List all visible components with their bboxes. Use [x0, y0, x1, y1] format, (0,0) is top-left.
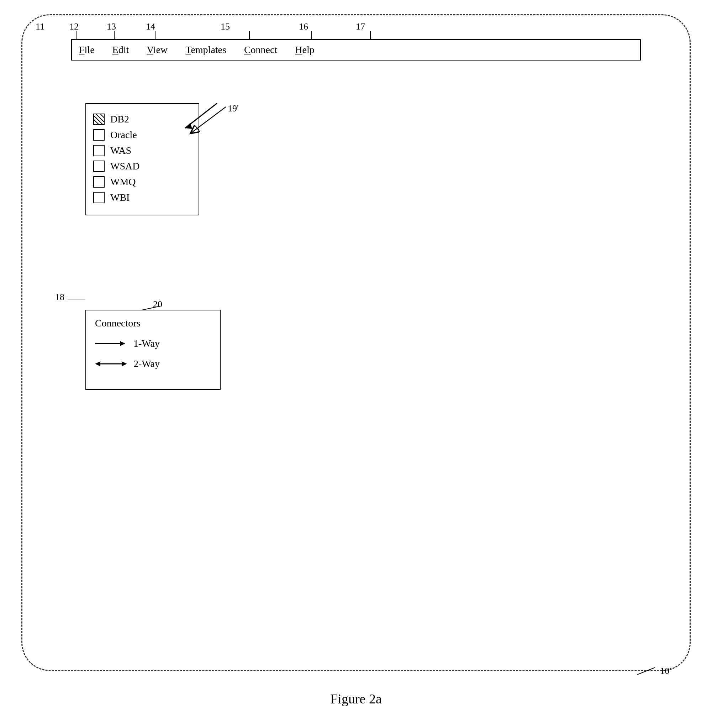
connector-label-2way: 2-Way	[134, 358, 160, 370]
checkbox-wbi[interactable]	[93, 192, 105, 203]
menu-help[interactable]: Help	[295, 44, 314, 55]
connectors-panel: Connectors 1-Way 2-Way	[85, 310, 221, 390]
connector-label-1way: 1-Way	[134, 338, 160, 349]
checkbox-row-wsad: WSAD	[93, 160, 191, 172]
ref-10: 10'	[660, 666, 671, 676]
figure-caption: Figure 2a	[0, 691, 712, 707]
ref-14: 14	[146, 21, 155, 32]
menu-templates[interactable]: Templates	[185, 44, 226, 55]
ref-19: 19'	[228, 103, 239, 114]
menu-bar: File Edit View Templates Connect Help	[71, 39, 641, 61]
ref-18-line	[68, 296, 89, 310]
ref-11: 11	[36, 21, 44, 32]
checkbox-db2[interactable]	[93, 114, 105, 125]
checkbox-label-wbi: WBI	[110, 192, 129, 203]
svg-marker-8	[122, 361, 127, 366]
ref-13: 13	[107, 21, 116, 32]
checkbox-label-was: WAS	[110, 145, 131, 156]
ref-12: 12	[70, 21, 79, 32]
ref-15: 15	[221, 21, 230, 32]
ref-10-line	[635, 666, 657, 676]
checkbox-label-db2: DB2	[110, 114, 129, 125]
checkbox-label-wsad: WSAD	[110, 160, 139, 172]
ref-17: 17	[356, 21, 365, 32]
connector-row-1way: 1-Way	[95, 338, 211, 349]
checkbox-label-oracle: Oracle	[110, 129, 137, 141]
svg-marker-5	[120, 341, 125, 346]
ref-18: 18	[55, 292, 64, 303]
svg-marker-7	[95, 361, 100, 366]
two-way-arrow	[95, 358, 127, 369]
checkbox-label-wmq: WMQ	[110, 176, 136, 187]
checkbox-wsad[interactable]	[93, 160, 105, 172]
checkbox-row-wbi: WBI	[93, 192, 191, 203]
one-way-arrow	[95, 338, 127, 349]
connectors-title: Connectors	[95, 318, 211, 329]
checkbox-row-wmq: WMQ	[93, 176, 191, 187]
checkbox-was[interactable]	[93, 145, 105, 156]
annotation-arrow-19-main	[162, 101, 233, 148]
ref-16: 16	[299, 21, 308, 32]
menu-file[interactable]: File	[79, 44, 95, 55]
connector-row-2way: 2-Way	[95, 358, 211, 370]
checkbox-oracle[interactable]	[93, 129, 105, 141]
checkbox-wmq[interactable]	[93, 176, 105, 187]
menu-view[interactable]: View	[147, 44, 168, 55]
menu-connect[interactable]: Connect	[244, 44, 277, 55]
menu-edit[interactable]: Edit	[113, 44, 129, 55]
